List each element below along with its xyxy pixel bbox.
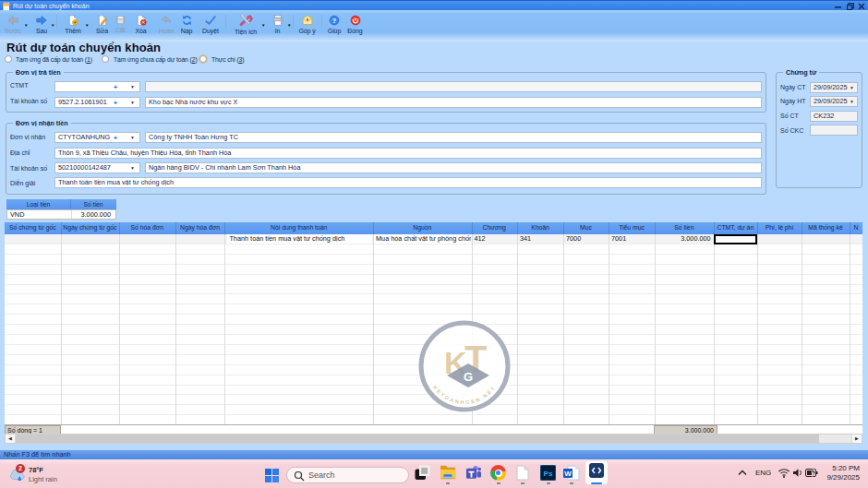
svg-text:Ps: Ps xyxy=(544,470,553,478)
svg-text:W: W xyxy=(564,470,572,478)
svg-text:G: G xyxy=(464,370,473,384)
